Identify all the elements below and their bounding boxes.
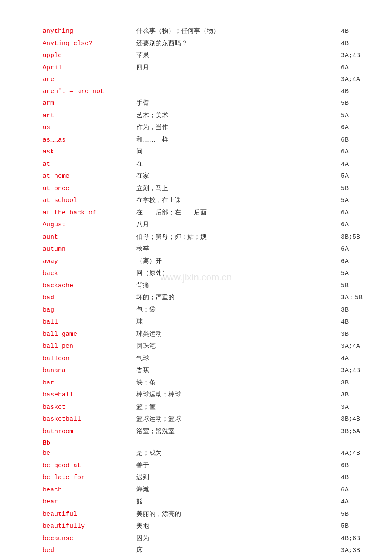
grade-level: 4B [341, 38, 375, 49]
table-row: at在4A [43, 159, 375, 170]
english-word: becaunse [43, 533, 136, 544]
table-row: apple苹果3A;4B [43, 50, 375, 61]
table-row: bag包；袋3B [43, 304, 375, 316]
section-header: Bb [43, 439, 375, 447]
grade-level: 5B [341, 521, 375, 532]
chinese-definition: 在家 [136, 171, 341, 182]
english-word: basket [43, 402, 136, 413]
english-word: at home [43, 171, 136, 182]
chinese-definition: 背痛 [136, 280, 341, 291]
english-word: as [43, 122, 136, 133]
chinese-definition: 回（原处） [136, 268, 341, 279]
table-row: basket篮；筐3A [43, 402, 375, 413]
table-row: baseball棒球运动；棒球3B [43, 389, 375, 401]
grade-level: 4A [341, 497, 375, 508]
grade-level: 5B [341, 509, 375, 520]
table-row: bad坏的；严重的3A；5B [43, 292, 375, 304]
chinese-definition: 迟到 [136, 472, 341, 483]
english-word: bad [43, 292, 136, 304]
grade-level: 3A;3B [341, 545, 375, 555]
english-word: bag [43, 305, 136, 316]
grade-level: 6A [341, 147, 375, 158]
grade-level: 4B [341, 86, 375, 97]
chinese-definition: 是；成为 [136, 448, 341, 459]
english-word: bathroom [43, 426, 136, 437]
grade-level: 4B;6B [341, 533, 375, 544]
table-row: backache背痛5B [43, 280, 375, 292]
english-word: ball pen [43, 341, 136, 352]
english-word: back [43, 268, 136, 279]
grade-level: 5B [341, 98, 375, 109]
english-word: baseball [43, 390, 136, 401]
table-row: away（离）开6A [43, 256, 375, 267]
grade-level: 5A [341, 195, 375, 206]
grade-level: 4A [341, 353, 375, 364]
grade-level: 6A [341, 256, 375, 267]
chinese-definition: 球 [136, 316, 341, 327]
english-word: aunt [43, 232, 136, 243]
table-row: banana香蕉3A;4B [43, 365, 375, 376]
english-word: at the back of [43, 208, 136, 219]
english-word: basketball [43, 414, 136, 425]
table-row: arm手臂5B [43, 98, 375, 109]
english-word: at school [43, 195, 136, 206]
chinese-definition: 美丽的，漂亮的 [136, 509, 341, 520]
english-word: ball game [43, 329, 136, 340]
english-word: banana [43, 365, 136, 376]
table-row: bed床3A;3B [43, 545, 375, 555]
grade-level: 3A [341, 402, 375, 413]
english-word: beach [43, 485, 136, 496]
chinese-definition: 作为，当作 [136, 122, 341, 133]
chinese-definition: 善于 [136, 460, 341, 471]
table-row: at school在学校，在上课5A [43, 195, 375, 206]
grade-level: 3B;5B [341, 232, 375, 243]
grade-level: 5B [341, 280, 375, 292]
grade-level: 3A；5B [341, 292, 375, 304]
english-word: autumn [43, 244, 136, 255]
english-word: at once [43, 183, 136, 194]
table-row: autumn秋季6A [43, 243, 375, 255]
chinese-definition: （离）开 [136, 256, 341, 267]
chinese-definition: 八月 [136, 219, 341, 230]
chinese-definition: 块；条 [136, 377, 341, 388]
grade-level: 6A [341, 122, 375, 133]
english-word: beautiful [43, 509, 136, 520]
table-row: anything什么事（物）；任何事（物）4B [43, 26, 375, 37]
table-row: becaunse因为4B;6B [43, 533, 375, 544]
chinese-definition: 问 [136, 146, 341, 157]
grade-level: 4A [341, 159, 375, 170]
grade-level: 6B [341, 460, 375, 471]
table-row: ball球4B [43, 316, 375, 328]
grade-level: 6A [341, 220, 375, 231]
table-row: ask问6A [43, 146, 375, 158]
english-word: be good at [43, 460, 136, 471]
table-row: aunt伯母；舅母；婶；姑；姨3B;5B [43, 231, 375, 243]
english-word: April [43, 63, 136, 74]
english-word: ball [43, 317, 136, 328]
table-row: back回（原处）5A [43, 268, 375, 279]
english-word: anything [43, 26, 136, 37]
chinese-definition: 手臂 [136, 98, 341, 109]
english-word: ask [43, 147, 136, 158]
chinese-definition: 气球 [136, 353, 341, 364]
grade-level: 3B [341, 329, 375, 340]
table-row: ball game球类运动3B [43, 329, 375, 340]
english-word: as……as [43, 135, 136, 146]
table-row: basketball篮球运动；篮球3B;4B [43, 413, 375, 425]
grade-level: 3A;4A [341, 74, 375, 85]
table-row: bear熊4A [43, 496, 375, 508]
grade-level: 3B [341, 390, 375, 401]
table-row: bathroom浴室；盥洗室3B;5A [43, 426, 375, 437]
table-row: balloon气球4A [43, 353, 375, 364]
chinese-definition: 苹果 [136, 50, 341, 61]
table-row: ball pen圆珠笔3A;4A [43, 341, 375, 352]
english-word: at [43, 159, 136, 170]
chinese-definition: 在 [136, 159, 341, 170]
table-row: as……as和……一样6B [43, 134, 375, 146]
grade-level: 3B [341, 305, 375, 316]
english-word: bear [43, 497, 136, 508]
chinese-definition: 篮球运动；篮球 [136, 413, 341, 425]
grade-level: 5A [341, 110, 375, 121]
table-row: aren't = are not4B [43, 86, 375, 97]
chinese-definition: 伯母；舅母；婶；姑；姨 [136, 231, 341, 243]
